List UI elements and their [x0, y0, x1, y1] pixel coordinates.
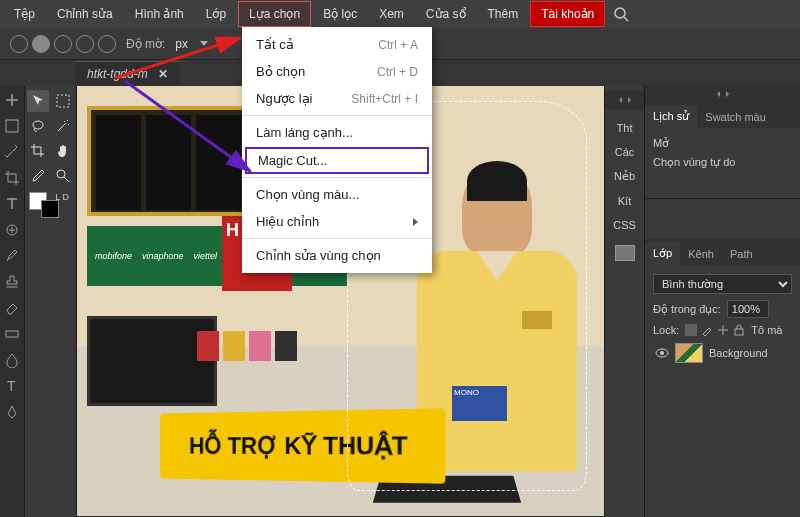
lasso-tool[interactable]: [27, 115, 49, 137]
photo-items: [197, 331, 297, 361]
svg-line-14: [125, 81, 250, 171]
menubar: Tệp Chỉnh sửa Hình ảnh Lớp Lựa chọn Bộ l…: [0, 0, 800, 28]
panel-shortcut[interactable]: CSS: [613, 219, 636, 231]
wand-icon[interactable]: [4, 144, 20, 160]
layers-list: Background: [653, 339, 792, 367]
zoom-tool[interactable]: [52, 165, 74, 187]
svg-point-0: [615, 8, 625, 18]
history-item[interactable]: Chọn vùng tự do: [653, 153, 792, 172]
color-swatches[interactable]: L D: [27, 192, 71, 222]
panel-shortcut[interactable]: Nẻb: [614, 170, 635, 183]
lock-move-icon[interactable]: [717, 324, 729, 336]
tab-paths[interactable]: Path: [722, 243, 761, 265]
menu-account[interactable]: Tài khoản: [530, 1, 605, 27]
svg-rect-10: [735, 329, 743, 335]
move-tool[interactable]: [27, 90, 49, 112]
panel-shortcut[interactable]: Tht: [617, 122, 633, 134]
circle-icon: [54, 35, 72, 53]
marquee-tool[interactable]: [52, 90, 74, 112]
menu-select[interactable]: Lựa chọn: [238, 1, 311, 27]
svg-rect-2: [6, 120, 18, 132]
stamp-icon[interactable]: [4, 274, 20, 290]
svg-line-1: [624, 17, 628, 21]
toolbox: L D: [25, 86, 77, 517]
menu-filter[interactable]: Bộ lọc: [313, 2, 367, 26]
history-item[interactable]: Mở: [653, 134, 792, 153]
layers-tabs: Lớp Kênh Path: [645, 239, 800, 265]
blur-icon[interactable]: [4, 352, 20, 368]
search-icon[interactable]: [613, 6, 629, 22]
layer-name: Background: [709, 347, 768, 359]
gradient-icon[interactable]: [4, 326, 20, 342]
menu-modify[interactable]: Hiệu chỉnh: [242, 208, 432, 235]
tab-swatches[interactable]: Swatch màu: [697, 106, 774, 128]
lock-label: Lock:: [653, 324, 679, 336]
eye-icon[interactable]: [655, 346, 669, 360]
crop-icon[interactable]: [4, 170, 20, 186]
svg-rect-4: [6, 331, 18, 337]
image-icon[interactable]: [615, 245, 635, 261]
menu-window[interactable]: Cửa sổ: [416, 2, 476, 26]
right-sidebar: Lịch sử Swatch màu Mở Chọn vùng tự do Lớ…: [644, 86, 800, 517]
opacity-input[interactable]: 100%: [727, 300, 769, 318]
menu-edit-selection[interactable]: Chỉnh sửa vùng chọn: [242, 242, 432, 269]
layer-thumbnail: [675, 343, 703, 363]
brush-icon[interactable]: [4, 248, 20, 264]
layer-row[interactable]: Background: [653, 339, 792, 367]
menu-layer[interactable]: Lớp: [196, 2, 236, 26]
collapsed-panels-strip: Tht Các Nẻb Kít CSS: [604, 86, 644, 517]
svg-point-12: [660, 351, 664, 355]
text-icon[interactable]: [4, 196, 20, 212]
menu-select-all[interactable]: Tất cảCtrl + A: [242, 31, 432, 58]
left-aux-strip: T: [0, 86, 25, 517]
menu-separator: [242, 238, 432, 239]
menu-more[interactable]: Thêm: [478, 2, 529, 26]
svg-line-13: [115, 38, 240, 78]
lock-all-icon[interactable]: [733, 324, 745, 336]
menu-edit[interactable]: Chỉnh sửa: [47, 2, 123, 26]
brush-presets[interactable]: [10, 35, 116, 53]
svg-text:T: T: [7, 378, 16, 394]
opacity-label: Độ trong đục:: [653, 303, 721, 316]
panel-shortcut[interactable]: Các: [615, 146, 635, 158]
chevron-right-icon: [413, 218, 418, 226]
annotation-arrow-purple: [120, 76, 280, 186]
svg-rect-6: [57, 95, 69, 107]
type-icon[interactable]: T: [4, 378, 20, 394]
swatch-label: L D: [55, 192, 69, 202]
square-icon[interactable]: [4, 118, 20, 134]
background-swatch[interactable]: [41, 200, 59, 218]
history-panel: Lịch sử Swatch màu Mở Chọn vùng tự do: [645, 86, 800, 199]
tab-layers[interactable]: Lớp: [645, 242, 680, 265]
circle-icon: [76, 35, 94, 53]
hand-tool[interactable]: [52, 140, 74, 162]
circle-filled-icon: [32, 35, 50, 53]
layers-panel: Lớp Kênh Path Bình thường Độ trong đục: …: [645, 239, 800, 373]
wand-tool[interactable]: [52, 115, 74, 137]
heal-icon[interactable]: [4, 222, 20, 238]
collapse-handle[interactable]: [645, 86, 800, 102]
plus-icon[interactable]: [4, 92, 20, 108]
svg-rect-9: [685, 324, 697, 336]
lock-brush-icon[interactable]: [701, 324, 713, 336]
panel-shortcut[interactable]: Kít: [618, 195, 631, 207]
lock-transparency-icon[interactable]: [685, 324, 697, 336]
collapse-handle[interactable]: [605, 90, 644, 110]
history-tabs: Lịch sử Swatch màu: [645, 102, 800, 128]
menu-image[interactable]: Hình ảnh: [125, 2, 194, 26]
crop-tool[interactable]: [27, 140, 49, 162]
menu-view[interactable]: Xem: [369, 2, 414, 26]
eyedropper-tool[interactable]: [27, 165, 49, 187]
circle-icon: [10, 35, 28, 53]
lock-controls: [685, 324, 745, 336]
menu-file[interactable]: Tệp: [4, 2, 45, 26]
tab-history[interactable]: Lịch sử: [645, 105, 697, 128]
blend-mode-select[interactable]: Bình thường: [653, 274, 792, 294]
history-list: Mở Chọn vùng tự do: [645, 128, 800, 178]
svg-point-8: [57, 170, 65, 178]
tab-channels[interactable]: Kênh: [680, 243, 722, 265]
fill-label: Tô mà: [751, 324, 782, 336]
photo-monitor: [87, 316, 217, 406]
eraser-icon[interactable]: [4, 300, 20, 316]
pen-icon[interactable]: [4, 404, 20, 420]
